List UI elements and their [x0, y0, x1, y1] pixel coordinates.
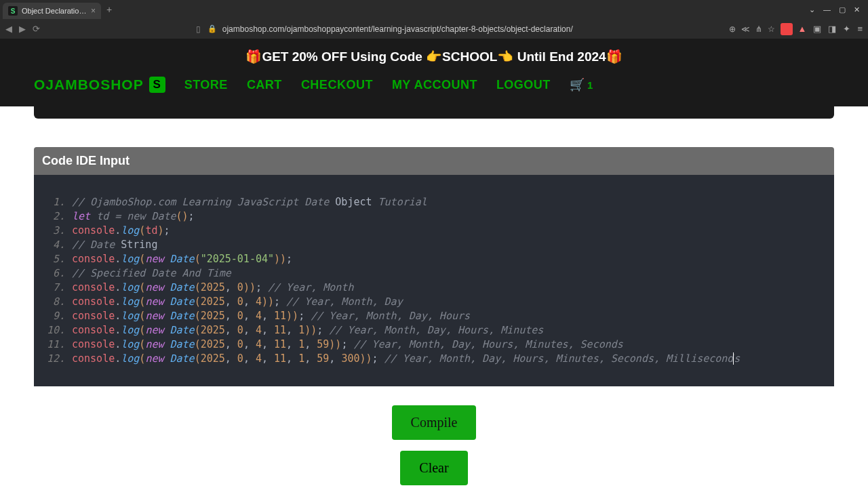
browser-toolbar: ◀ ▶ ⟳ ▯ 🔒 ojamboshop.com/ojamboshoppayco…: [0, 19, 868, 39]
code-line: 4.// Date String: [37, 238, 826, 252]
chevron-down-icon[interactable]: ⌄: [809, 5, 815, 14]
panel-icon[interactable]: ▣: [813, 24, 821, 34]
code-line: 7.console.log(new Date(2025, 0)); // Yea…: [37, 281, 826, 295]
promo-text: 🎁GET 20% OFF Using Code 👉SCHOOL👈 Until E…: [245, 49, 622, 64]
code-line: 8.console.log(new Date(2025, 0, 4)); // …: [37, 295, 826, 309]
tab-title: Object Declaration - Ojamb: [22, 7, 87, 15]
clear-button[interactable]: Clear: [400, 451, 467, 485]
extension-1-icon[interactable]: [781, 23, 793, 35]
code-line: 3.console.log(td);: [37, 224, 826, 238]
code-line: 11.console.log(new Date(2025, 0, 4, 11, …: [37, 338, 826, 352]
page-scroll-area[interactable]: 🎁GET 20% OFF Using Code 👉SCHOOL👈 Until E…: [0, 39, 868, 488]
window-controls: ⌄ — ▢ ✕: [809, 5, 865, 14]
share-icon[interactable]: ≪: [741, 24, 750, 34]
code-editor[interactable]: 1.// OjamboShop.com Learning JavaScript …: [34, 175, 834, 386]
nav-link-account[interactable]: MY ACCOUNT: [392, 78, 477, 92]
toolbar-right: ▣ ◨ ✦ ≡: [813, 24, 863, 34]
browser-titlebar: S Object Declaration - Ojamb × + ⌄ — ▢ ✕: [0, 0, 868, 19]
content-area: Code IDE Input 1.// OjamboShop.com Learn…: [0, 106, 868, 488]
code-line: 2.let td = new Date();: [37, 209, 826, 224]
favicon-icon: S: [8, 6, 18, 16]
brand-logo[interactable]: OJAMBOSHOP S: [34, 77, 165, 93]
bookmark-empty-icon[interactable]: ▯: [196, 24, 201, 34]
nav-link-cart[interactable]: CART: [247, 78, 282, 92]
bookmark-star-icon[interactable]: ☆: [768, 24, 775, 34]
cart-widget[interactable]: 🛒 1: [570, 77, 593, 92]
prev-block-bottom: [34, 106, 834, 119]
lock-icon: 🔒: [208, 24, 217, 33]
close-icon[interactable]: ×: [91, 6, 96, 16]
cart-icon: 🛒: [570, 77, 585, 92]
new-tab-button[interactable]: +: [106, 4, 112, 15]
code-line: 10.console.log(new Date(2025, 0, 4, 11, …: [37, 323, 826, 338]
brand-text: OJAMBOSHOP: [34, 77, 144, 93]
page-actions: ⊕ ≪ ⋔ ☆ ▲: [729, 23, 807, 35]
site-nav: OJAMBOSHOP S STORE CART CHECKOUT MY ACCO…: [0, 70, 868, 106]
code-line: 6.// Specified Date And Time: [37, 266, 826, 281]
cart-count: 1: [587, 79, 593, 91]
menu-icon[interactable]: ≡: [857, 24, 863, 34]
rss-icon[interactable]: ⋔: [755, 24, 762, 34]
minimize-icon[interactable]: —: [823, 5, 831, 14]
close-window-icon[interactable]: ✕: [854, 5, 860, 14]
nav-link-logout[interactable]: LOGOUT: [496, 78, 551, 92]
code-input-header: Code IDE Input: [34, 147, 834, 175]
reload-button[interactable]: ⟳: [33, 24, 40, 34]
sparkle-icon[interactable]: ✦: [843, 24, 850, 34]
nav-link-checkout[interactable]: CHECKOUT: [301, 78, 373, 92]
extension-2-icon[interactable]: ▲: [798, 24, 807, 34]
button-row: Compile Clear: [34, 388, 834, 488]
back-button[interactable]: ◀: [5, 24, 12, 34]
sidebar-icon[interactable]: ◨: [828, 24, 836, 34]
maximize-icon[interactable]: ▢: [839, 5, 846, 14]
forward-button[interactable]: ▶: [19, 24, 26, 34]
promo-banner: 🎁GET 20% OFF Using Code 👉SCHOOL👈 Until E…: [0, 39, 868, 70]
code-input-panel: Code IDE Input 1.// OjamboShop.com Learn…: [34, 147, 834, 386]
nav-link-store[interactable]: STORE: [184, 78, 228, 92]
code-line: 12.console.log(new Date(2025, 0, 4, 11, …: [37, 352, 826, 366]
url-bar[interactable]: ▯ 🔒 ojamboshop.com/ojamboshoppaycontent/…: [47, 24, 722, 34]
url-text: ojamboshop.com/ojamboshoppaycontent/lear…: [222, 24, 573, 34]
zoom-icon[interactable]: ⊕: [729, 24, 736, 34]
code-line: 1.// OjamboShop.com Learning JavaScript …: [37, 195, 826, 209]
brand-icon: S: [149, 77, 165, 93]
code-line: 9.console.log(new Date(2025, 0, 4, 11));…: [37, 309, 826, 323]
compile-button[interactable]: Compile: [392, 405, 477, 440]
code-line: 5.console.log(new Date("2025-01-04"));: [37, 252, 826, 266]
browser-tab[interactable]: S Object Declaration - Ojamb ×: [3, 3, 101, 19]
